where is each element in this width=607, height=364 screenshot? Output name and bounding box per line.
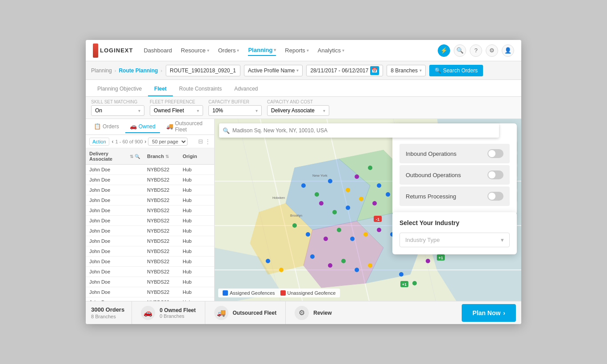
bottom-bar: 3000 Orders 8 Branches 🚗 0 Owned Fleet 0… [86,301,521,324]
route-name-input[interactable] [166,65,240,76]
cell-branch: NYBDS22 [144,175,179,185]
cell-origin: Hub [179,185,206,195]
owned-fleet-count: 0 Owned Fleet [160,307,196,313]
table-row: John Doe NYBDS22 Hub [86,195,214,206]
cell-branch: NYBDS22 [144,185,179,195]
cell-associate: John Doe [86,226,144,236]
search-icon[interactable]: 🔍 [454,44,466,57]
nav-planning[interactable]: Planning▾ [248,45,276,56]
next-page-button[interactable]: › [144,138,146,145]
active-profile-select[interactable]: Active Profile Name ▾ [244,65,303,76]
sort-icon: ⇅ [130,154,133,159]
sub-tab-orders[interactable]: 📋 Orders [89,120,124,133]
table-row: John Doe NYBDS22 Hub [86,236,214,246]
svg-point-27 [306,232,310,237]
calendar-icon: 📅 [370,66,379,75]
map-search-input[interactable] [232,127,495,134]
tab-fleet[interactable]: Fleet [148,82,173,96]
header-associate: Delivery Associate ⇅ 🔍 [86,148,144,164]
returns-processing-toggle[interactable] [487,192,503,201]
cell-origin: Hub [179,175,206,185]
cell-origin: Hub [179,195,206,205]
svg-point-30 [350,237,355,241]
table-actions: Action ‹ 1 - 60 of 900 › 50 per page ⊟ ⋮ [86,135,214,148]
tab-planning-objective[interactable]: Planning Objective [91,82,148,96]
sub-tabs: 📋 Orders 🚗 Owned 🚚 Outsourced Fleet [86,119,214,135]
table-body: John Doe NYBDS22 Hub John Doe NYBDS22 Hu… [86,165,214,301]
navbar: LOGINEXT Dashboard Resource▾ Orders▾ Pla… [86,40,521,61]
svg-point-15 [328,179,332,183]
svg-point-56 [399,272,403,277]
skill-set-group: Skill Set Matching On ▾ [91,99,144,116]
map-search-bar: 🔍 [219,123,499,138]
capacity-cost-control[interactable]: Delivery Associate ▾ [267,105,329,116]
settings-icon[interactable]: ⚙ [486,44,498,57]
fleet-pref-control[interactable]: Owned Fleet ▾ [150,105,203,116]
svg-point-35 [310,254,315,259]
owned-fleet-text: 0 Owned Fleet 0 Branches [160,307,196,319]
unassigned-legend-dot [280,290,286,296]
breadcrumb-planning: Planning [91,67,112,74]
search-orders-button[interactable]: 🔍 Search Orders [429,65,483,76]
industry-caret-icon: ▾ [501,237,504,243]
help-icon[interactable]: ? [470,44,482,57]
date-range-filter[interactable]: 28/11/2017 - 06/12/2017 📅 [306,65,383,76]
inbound-ops-toggle[interactable] [487,149,503,158]
cell-associate: John Doe [86,267,144,277]
cell-origin: Hub [179,226,206,236]
review-section: ⚙ Review [285,301,340,324]
sub-tab-outsourced[interactable]: 🚚 Outsourced Fleet [162,119,211,136]
page-size-select[interactable]: 50 per page [148,138,188,146]
cell-branch: NYBDS22 [144,297,179,301]
svg-text:+1: +1 [402,282,407,287]
industry-panel: Select Your Industry Industry Type ▾ [392,212,517,254]
svg-text:New York: New York [312,174,328,178]
filter-icon[interactable]: ⊟ [198,138,203,145]
inbound-operations-row: Inbound Operations [399,144,510,163]
nav-reports[interactable]: Reports▾ [285,45,309,55]
brand: LOGINEXT [93,44,133,58]
action-button[interactable]: Action [89,138,109,146]
svg-point-51 [426,259,430,263]
table-row: John Doe NYBDS22 Hub [86,185,214,195]
owned-icon: 🚗 [130,123,137,130]
outsourced-icon: 🚚 [166,123,173,130]
outbound-ops-label: Outbound Operations [406,172,461,178]
cell-branch: NYBDS22 [144,257,179,266]
industry-type-select[interactable]: Industry Type ▾ [399,233,510,247]
navbar-links: Dashboard Resource▾ Orders▾ Planning▾ Re… [144,45,438,56]
table-row: John Doe NYBDS22 Hub [86,165,214,175]
outbound-operations-row: Outbound Operations [399,165,510,185]
columns-icon[interactable]: ⋮ [205,138,211,145]
nav-dashboard[interactable]: Dashboard [144,45,172,55]
header-branch: Branch ⇅ [144,148,179,164]
skill-caret-icon: ▾ [138,108,140,113]
table-row: John Doe NYBDS22 Hub [86,175,214,185]
svg-point-24 [372,201,377,206]
table-header: Delivery Associate ⇅ 🔍 Branch ⇅ Origin [86,148,214,165]
svg-text:Hoboken: Hoboken [272,196,285,199]
prev-page-button[interactable]: ‹ [112,138,114,145]
orders-stat: 3000 Orders 8 Branches [91,306,132,319]
branches-select[interactable]: 8 Branches ▾ [387,65,426,76]
nav-resource[interactable]: Resource▾ [181,45,209,55]
owned-branches-count: 0 Branches [160,313,196,319]
cost-caret-icon: ▾ [323,108,325,113]
lightning-icon[interactable]: ⚡ [438,44,450,57]
cell-origin: Hub [179,257,206,266]
nav-analytics[interactable]: Analytics▾ [318,45,344,55]
svg-point-13 [301,183,306,188]
brand-logo [93,44,98,58]
outbound-ops-toggle[interactable] [487,170,503,179]
tab-route-constraints[interactable]: Route Constraints [173,82,228,96]
sort-branch-icon: ⇅ [165,154,169,159]
fleet-pref-group: Fleet Preference Owned Fleet ▾ [150,99,203,116]
capacity-control[interactable]: 10% ▾ [208,105,262,116]
nav-orders[interactable]: Orders▾ [218,45,240,55]
plan-now-button[interactable]: Plan Now › [462,304,516,322]
user-icon[interactable]: 👤 [502,44,514,57]
sub-tab-owned[interactable]: 🚗 Owned [125,120,160,133]
svg-point-57 [412,281,417,285]
skill-set-control[interactable]: On ▾ [91,105,144,116]
tab-advanced[interactable]: Advanced [228,82,264,96]
